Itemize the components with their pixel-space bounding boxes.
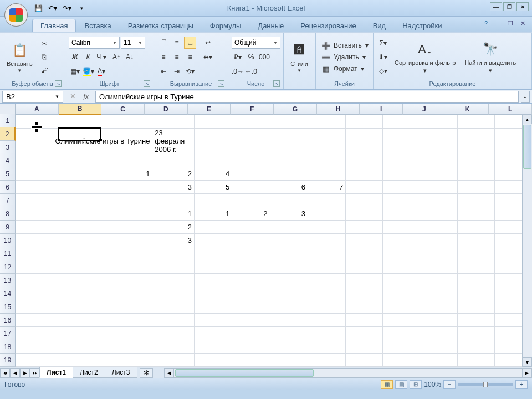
- align-middle-icon[interactable]: ≡: [171, 37, 183, 49]
- cell-F13[interactable]: [270, 287, 308, 300]
- cell-B7[interactable]: [53, 207, 152, 220]
- format-painter-icon[interactable]: 🖌: [38, 64, 50, 76]
- cut-icon[interactable]: ✂: [38, 38, 50, 50]
- cell-H17[interactable]: [346, 340, 383, 353]
- cell-C3[interactable]: [152, 154, 195, 167]
- comma-icon[interactable]: 000: [258, 51, 270, 63]
- cell-G16[interactable]: [308, 326, 345, 340]
- cell-I17[interactable]: [383, 340, 420, 353]
- help-icon[interactable]: ?: [481, 19, 491, 28]
- cell-B17[interactable]: [53, 340, 152, 353]
- cell-E6[interactable]: [232, 193, 270, 207]
- vertical-scrollbar[interactable]: ▲ ▼: [522, 115, 532, 367]
- mdi-minimize-icon[interactable]: —: [493, 19, 503, 28]
- cell-A9[interactable]: [16, 233, 53, 247]
- shrink-font-icon[interactable]: A↓: [124, 51, 136, 63]
- row-header-2[interactable]: 2: [0, 127, 16, 141]
- cell-F6[interactable]: [270, 193, 308, 207]
- cell-C4[interactable]: 2: [152, 167, 195, 180]
- cell-J5[interactable]: [420, 180, 457, 193]
- cell-H11[interactable]: [346, 260, 383, 273]
- cell-F4[interactable]: [270, 167, 308, 180]
- cell-I15[interactable]: [383, 313, 420, 326]
- cell-G7[interactable]: [308, 207, 345, 220]
- cell-D17[interactable]: [194, 340, 232, 353]
- cell-G2[interactable]: [308, 128, 345, 154]
- cell-K3[interactable]: [457, 154, 494, 167]
- cell-B16[interactable]: [53, 326, 152, 340]
- cell-D1[interactable]: [194, 115, 232, 128]
- tab-view[interactable]: Вид: [365, 19, 395, 32]
- cell-J2[interactable]: [420, 128, 457, 154]
- orientation-icon[interactable]: ⟲▾: [184, 65, 196, 78]
- cell-I19[interactable]: [383, 366, 420, 367]
- cell-G4[interactable]: [308, 167, 345, 180]
- cell-A17[interactable]: [16, 340, 53, 353]
- cell-J7[interactable]: [420, 207, 457, 220]
- cell-J3[interactable]: [420, 154, 457, 167]
- cell-E2[interactable]: [232, 128, 270, 154]
- expand-formula-bar-icon[interactable]: ⌄: [521, 91, 530, 103]
- cell-K5[interactable]: [457, 180, 494, 193]
- office-button[interactable]: [4, 3, 28, 27]
- fill-color-icon[interactable]: 🪣▾: [82, 65, 94, 78]
- mdi-close-icon[interactable]: ✕: [518, 19, 528, 28]
- cell-B11[interactable]: [53, 260, 152, 273]
- copy-icon[interactable]: ⎘: [38, 51, 50, 63]
- cell-A15[interactable]: [16, 313, 53, 326]
- cell-J12[interactable]: [420, 273, 457, 287]
- cell-B1[interactable]: [53, 115, 152, 128]
- cell-A5[interactable]: [16, 180, 53, 193]
- cell-J6[interactable]: [420, 193, 457, 207]
- cell-D2[interactable]: [194, 128, 232, 154]
- row-header-9[interactable]: 9: [0, 221, 16, 234]
- alignment-launcher[interactable]: ↘: [218, 80, 224, 87]
- cell-D6[interactable]: [194, 193, 232, 207]
- row-header-10[interactable]: 10: [0, 234, 16, 247]
- cell-H10[interactable]: [346, 247, 383, 260]
- col-header-D[interactable]: D: [145, 104, 188, 115]
- cell-E15[interactable]: [232, 313, 270, 326]
- increase-indent-icon[interactable]: ⇥: [171, 65, 183, 78]
- col-header-H[interactable]: H: [317, 104, 360, 115]
- cell-K2[interactable]: [457, 128, 494, 154]
- cell-K1[interactable]: [457, 115, 494, 128]
- select-all-button[interactable]: [0, 104, 16, 114]
- cell-E10[interactable]: [232, 247, 270, 260]
- clear-icon[interactable]: ◇▾: [377, 65, 389, 77]
- cell-H2[interactable]: [346, 128, 383, 154]
- cell-C19[interactable]: [152, 366, 195, 367]
- cell-B6[interactable]: [53, 193, 152, 207]
- cell-D16[interactable]: [194, 326, 232, 340]
- col-header-L[interactable]: L: [489, 104, 532, 115]
- font-launcher[interactable]: ↘: [144, 80, 150, 87]
- tab-review[interactable]: Рецензирование: [292, 19, 364, 32]
- cell-C17[interactable]: [152, 340, 195, 353]
- cell-K14[interactable]: [457, 300, 494, 313]
- cell-A1[interactable]: [16, 115, 53, 128]
- cell-K16[interactable]: [457, 326, 494, 340]
- cell-I3[interactable]: [383, 154, 420, 167]
- cell-F11[interactable]: [270, 260, 308, 273]
- qat-redo-icon[interactable]: ↷▾: [61, 2, 73, 14]
- cell-E16[interactable]: [232, 326, 270, 340]
- cell-G10[interactable]: [308, 247, 345, 260]
- cell-K4[interactable]: [457, 167, 494, 180]
- underline-icon[interactable]: Ч ▾: [95, 51, 108, 63]
- col-header-K[interactable]: K: [446, 104, 489, 115]
- cell-J19[interactable]: [420, 366, 457, 367]
- cell-G3[interactable]: [308, 154, 345, 167]
- cell-D3[interactable]: [194, 154, 232, 167]
- align-right-icon[interactable]: ≡: [184, 51, 196, 63]
- cell-J13[interactable]: [420, 287, 457, 300]
- cell-K6[interactable]: [457, 193, 494, 207]
- cell-I12[interactable]: [383, 273, 420, 287]
- cell-G15[interactable]: [308, 313, 345, 326]
- cell-C9[interactable]: 3: [152, 233, 195, 247]
- col-header-G[interactable]: G: [274, 104, 317, 115]
- cell-F17[interactable]: [270, 340, 308, 353]
- cell-J1[interactable]: [420, 115, 457, 128]
- first-sheet-icon[interactable]: ⏮: [0, 368, 10, 378]
- col-header-J[interactable]: J: [403, 104, 446, 115]
- sheet-tab-1[interactable]: Лист1: [39, 367, 73, 378]
